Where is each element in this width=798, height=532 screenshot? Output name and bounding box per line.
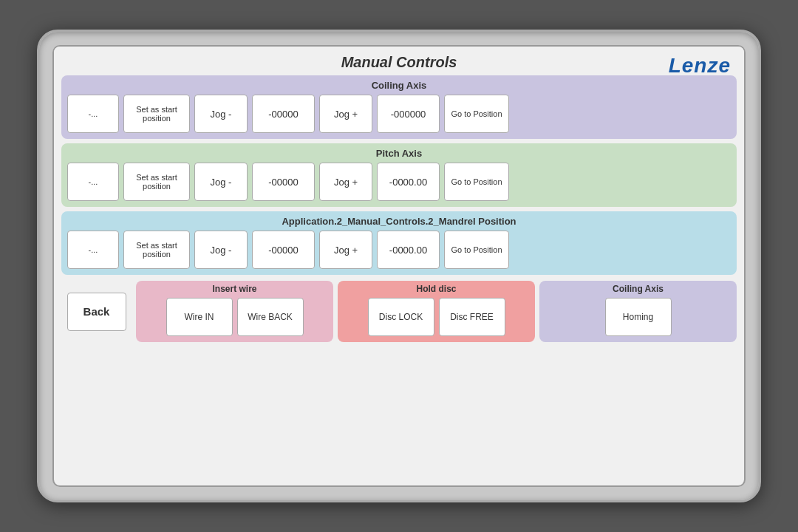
pitch-axis-controls: -... Set as start position Jog - -00000 … [67, 163, 731, 201]
coiling-axis-controls: -... Set as start position Jog - -00000 … [67, 95, 731, 133]
main-content: Coiling Axis -... Set as start position … [54, 75, 744, 485]
coiling-jog-plus-button[interactable]: Jog + [319, 95, 372, 133]
back-area: Back [61, 281, 132, 342]
wire-in-button[interactable]: Wire IN [166, 298, 233, 336]
mandrel-set-start-button[interactable]: Set as start position [123, 231, 190, 269]
bottom-section: Back Insert wire Wire IN Wire BACK Hold … [61, 281, 737, 342]
coiling-axis-section: Coiling Axis -... Set as start position … [61, 75, 737, 139]
pitch-axis-section: Pitch Axis -... Set as start position Jo… [61, 143, 737, 207]
pitch-go-to-position-button[interactable]: Go to Position [444, 163, 509, 201]
hold-disc-panel: Hold disc Disc LOCK Disc FREE [338, 281, 535, 342]
device-frame: Lenze Manual Controls Coiling Axis -... … [37, 30, 761, 502]
mandrel-axis-section: Application.2_Manual_Controls.2_Mandrel … [61, 211, 737, 275]
pitch-target-value[interactable]: -0000.00 [377, 163, 440, 201]
coiling-jog-minus-button[interactable]: Jog - [194, 95, 248, 133]
pitch-current-value: -00000 [252, 163, 315, 201]
coiling-set-start-button[interactable]: Set as start position [123, 95, 190, 133]
mandrel-axis-controls: -... Set as start position Jog - -00000 … [67, 231, 731, 269]
coiling-bottom-title: Coiling Axis [545, 284, 731, 294]
pitch-status-box: -... [67, 163, 119, 201]
wire-back-button[interactable]: Wire BACK [237, 298, 304, 336]
insert-wire-panel: Insert wire Wire IN Wire BACK [136, 281, 333, 342]
back-button[interactable]: Back [67, 293, 126, 331]
lenze-logo: Lenze [669, 54, 731, 78]
mandrel-status-box: -... [67, 231, 119, 269]
insert-wire-buttons: Wire IN Wire BACK [142, 298, 327, 336]
disc-free-button[interactable]: Disc FREE [439, 298, 505, 336]
screen: Lenze Manual Controls Coiling Axis -... … [52, 45, 746, 487]
coiling-status-box: -... [67, 95, 119, 133]
coiling-bottom-panel: Coiling Axis Homing [539, 281, 737, 342]
mandrel-axis-title: Application.2_Manual_Controls.2_Mandrel … [67, 216, 731, 227]
coiling-axis-title: Coiling Axis [67, 80, 731, 91]
pitch-axis-title: Pitch Axis [67, 148, 731, 159]
coiling-bottom-buttons: Homing [545, 298, 731, 336]
mandrel-jog-minus-button[interactable]: Jog - [194, 231, 248, 269]
mandrel-jog-plus-button[interactable]: Jog + [319, 231, 372, 269]
disc-lock-button[interactable]: Disc LOCK [368, 298, 434, 336]
mandrel-go-to-position-button[interactable]: Go to Position [444, 231, 509, 269]
hold-disc-buttons: Disc LOCK Disc FREE [344, 298, 529, 336]
coiling-go-to-position-button[interactable]: Go to Position [444, 95, 509, 133]
pitch-jog-minus-button[interactable]: Jog - [194, 163, 248, 201]
pitch-set-start-button[interactable]: Set as start position [123, 163, 190, 201]
pitch-jog-plus-button[interactable]: Jog + [319, 163, 372, 201]
mandrel-target-value[interactable]: -0000.00 [377, 231, 440, 269]
page-title: Manual Controls [54, 47, 744, 75]
hold-disc-title: Hold disc [344, 284, 529, 294]
coiling-target-value[interactable]: -000000 [377, 95, 440, 133]
mandrel-current-value: -00000 [252, 231, 315, 269]
homing-button[interactable]: Homing [605, 298, 672, 336]
insert-wire-title: Insert wire [142, 284, 327, 294]
coiling-current-value: -00000 [252, 95, 315, 133]
